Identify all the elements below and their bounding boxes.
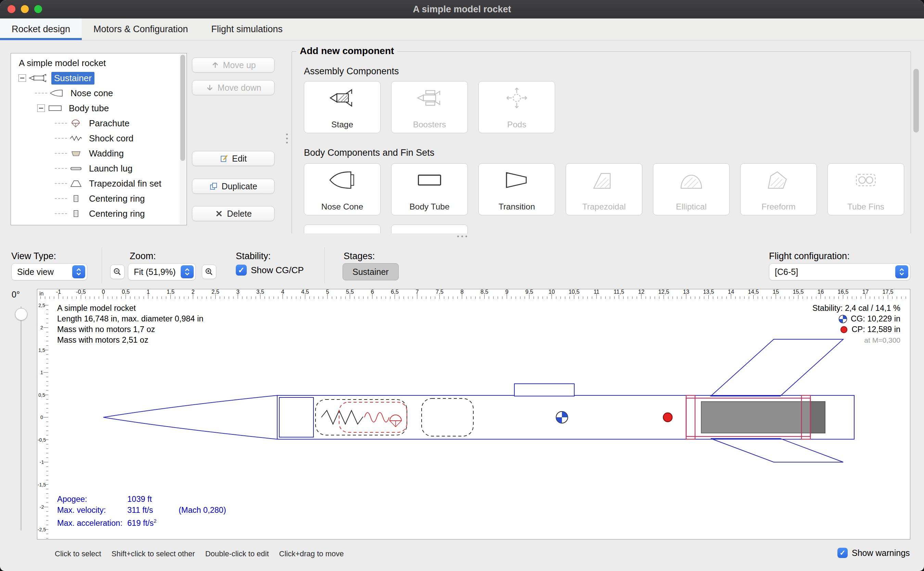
launch-lug-shape[interactable] [514,384,574,396]
edit-icon [220,154,229,163]
horizontal-splitter-handle[interactable] [457,236,467,237]
fin-lower-shape[interactable] [711,438,843,462]
rotation-angle-label: 0° [12,290,20,299]
delete-icon [214,209,223,218]
show-warnings-checkbox[interactable]: ✓ [838,548,848,558]
tab-flight-simulations[interactable]: Flight simulations [200,19,294,40]
zoom-window-button[interactable] [34,5,42,13]
zoom-out-button[interactable] [110,265,125,279]
add-pods-button[interactable]: Pods [479,81,555,133]
add-trapezoidal-fin-button[interactable]: Trapezoidal [566,163,642,215]
rotation-slider-knob[interactable] [15,308,28,320]
add-freeform-fin-button[interactable]: Freeform [740,163,817,215]
svg-text:17,5: 17,5 [882,289,893,295]
tree-item-centering-ring-1[interactable]: Centering ring [11,191,186,206]
tree-item-label: Wadding [86,147,126,160]
tree-scrollbar-thumb[interactable] [180,55,185,161]
fin-upper-shape[interactable] [711,339,843,396]
svg-text:1: 1 [40,370,43,375]
collapse-icon[interactable] [18,74,26,82]
tree-connector [55,123,67,123]
svg-text:-2: -2 [40,504,44,510]
minimize-window-button[interactable] [21,5,29,13]
elliptical-fin-icon [653,168,729,192]
rocket-canvas[interactable]: -1-0,500,511,522,533,544,555,566,577,588… [37,289,910,540]
tree-scrollbar[interactable] [180,54,186,224]
assembly-components-label: Assembly Components [304,66,399,77]
add-component-card-clipped[interactable] [391,225,468,233]
show-cgcp-checkbox[interactable]: ✓ [236,265,247,276]
tree-item-label: Centering ring [86,192,148,205]
freeform-fin-icon [741,168,816,192]
select-stepper-icon [72,265,85,278]
svg-text:9,5: 9,5 [525,289,533,295]
view-type-label: View Type: [11,251,56,262]
arrow-up-icon [211,60,220,69]
zoom-in-button[interactable] [202,265,216,279]
move-up-button[interactable]: Move up [192,57,274,73]
tree-item-nose-cone[interactable]: Nose cone [11,86,186,101]
collapse-icon[interactable] [37,104,45,112]
add-stage-button[interactable]: Stage [304,81,380,133]
tree-item-trapezoidal-fin-set[interactable]: Trapezoidal fin set [11,176,186,191]
svg-text:0,5: 0,5 [122,289,130,295]
tab-rocket-design[interactable]: Rocket design [0,19,82,40]
tree-item-centering-ring-2[interactable]: Centering ring [11,206,186,221]
add-nose-cone-button[interactable]: Nose Cone [304,163,380,215]
tree-connector [55,213,67,214]
tab-motors-configuration[interactable]: Motors & Configuration [82,19,200,40]
motor-shape[interactable] [701,401,825,433]
tree-connector [55,168,67,169]
move-down-button[interactable]: Move down [192,80,274,95]
tree-item-parachute[interactable]: Parachute [11,116,186,131]
zoom-select[interactable]: Fit (51,9%) [128,263,196,280]
tree-item-label: Nose cone [68,87,116,100]
tree-item-shock-cord[interactable]: Shock cord [11,131,186,146]
add-elliptical-fin-button[interactable]: Elliptical [653,163,730,215]
stage-toggle-sustainer[interactable]: Sustainer [343,263,399,280]
add-boosters-button[interactable]: Boosters [391,81,468,133]
show-warnings-row: ✓ Show warnings [838,548,910,558]
vertical-ruler: 2,521,510,50-0,5-1-1,5-2-2,5 [38,302,48,539]
duplicate-button[interactable]: Duplicate [192,179,274,194]
app-window: A simple model rocket Rocket design Moto… [0,0,924,571]
tree-item-launch-lug[interactable]: Launch lug [11,161,186,176]
svg-text:-0,5: -0,5 [38,437,46,443]
tree-item-rocket-root[interactable]: A simple model rocket [11,56,186,71]
close-window-button[interactable] [8,5,15,13]
add-tube-fins-button[interactable]: Tube Fins [827,163,904,215]
delete-button[interactable]: Delete [192,206,274,221]
rocket-drawing[interactable] [103,339,854,462]
edit-button[interactable]: Edit [192,151,274,166]
svg-text:12,5: 12,5 [658,289,669,295]
centering-ring-icon [69,209,83,218]
tree-item-body-tube[interactable]: Body tube [11,101,186,116]
svg-text:0: 0 [40,415,43,420]
add-body-tube-button[interactable]: Body Tube [391,163,468,215]
select-stepper-icon [181,265,194,278]
shock-cord-icon [69,134,83,143]
nose-cone-card-icon [304,168,380,192]
tree-connector [55,138,67,139]
rotation-slider-track[interactable] [20,306,22,531]
add-component-card-clipped[interactable] [304,225,380,233]
vertical-splitter-handle[interactable] [286,134,288,144]
svg-text:7,5: 7,5 [436,289,444,295]
tab-bar: Rocket design Motors & Configuration Fli… [0,19,924,40]
stage-icon [304,86,380,110]
nose-cone-shape[interactable] [103,395,277,439]
svg-text:13,5: 13,5 [703,289,714,295]
view-type-select[interactable]: Side view [11,263,87,280]
transition-icon [479,168,555,192]
pods-icon [479,86,555,110]
tree-connector [35,93,47,93]
tree-item-sustainer[interactable]: Sustainer [11,71,186,86]
flight-configuration-select[interactable]: [C6-5] [769,263,910,280]
panel-scrollbar-thumb[interactable] [913,69,919,133]
tree-item-wadding[interactable]: Wadding [11,146,186,161]
add-transition-button[interactable]: Transition [479,163,555,215]
tree-connector [55,183,67,184]
cp-marker [663,413,672,422]
tree-item-clipped[interactable] [11,221,186,225]
show-cgcp-label: Show CG/CP [251,265,304,276]
